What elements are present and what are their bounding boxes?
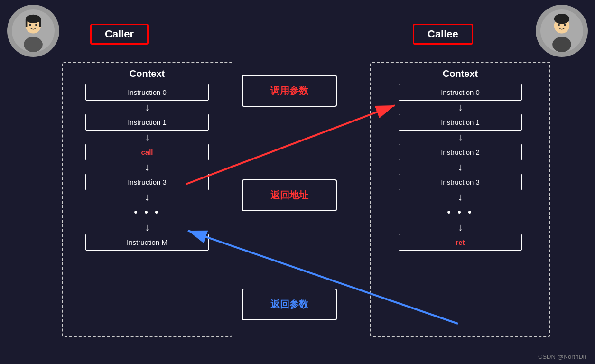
footer: CSDN @NorthDir [538,353,586,360]
arrow-down-l1: ↓ [145,131,150,144]
left-dots: • • • [134,204,160,221]
svg-point-12 [558,24,560,26]
svg-rect-3 [26,19,28,27]
context-right-title: Context [371,68,549,79]
svg-point-2 [26,15,41,23]
right-instr-ret: ret [399,234,522,251]
right-instr-3: Instruction 3 [399,174,522,190]
context-right: Context Instruction 0 ↓ Instruction 1 ↓ … [370,62,550,337]
mid-box-call-params: 调用参数 [242,75,337,107]
right-instr-0: Instruction 0 [399,84,522,101]
mid-box-return-params: 返回参数 [242,289,337,320]
context-left-title: Context [63,68,232,79]
arrow-down-r1: ↓ [458,131,463,144]
mid-box-return-addr: 返回地址 [242,179,337,211]
arrow-down-l2: ↓ [145,160,150,174]
arrow-down-l0: ↓ [145,101,150,114]
caller-label: Caller [90,24,149,45]
left-instr-call: call [85,144,209,160]
callee-label: Callee [413,24,473,45]
right-instruction-rows: Instruction 0 ↓ Instruction 1 ↓ Instruct… [371,84,549,251]
avatar-caller [7,5,59,57]
left-instruction-rows: Instruction 0 ↓ Instruction 1 ↓ call ↓ I… [63,84,232,251]
arrow-down-r4: ↓ [458,221,463,234]
left-instr-m: Instruction M [85,234,209,251]
arrow-down-l3: ↓ [145,190,150,204]
left-instr-0: Instruction 0 [85,84,209,101]
svg-point-5 [24,37,43,52]
left-instr-3: Instruction 3 [85,174,209,190]
right-dots: • • • [447,204,473,221]
right-instr-2: Instruction 2 [399,144,522,160]
svg-point-11 [552,37,571,52]
svg-point-6 [29,24,31,26]
main-container: Caller Callee Context Instruction 0 ↓ In… [0,0,595,364]
context-left: Context Instruction 0 ↓ Instruction 1 ↓ … [62,62,232,337]
right-instr-1: Instruction 1 [399,114,522,131]
svg-point-7 [35,24,37,26]
arrow-down-r3: ↓ [458,190,463,204]
arrow-down-l4: ↓ [145,221,150,234]
arrow-down-r0: ↓ [458,101,463,114]
left-instr-1: Instruction 1 [85,114,209,131]
arrow-down-r2: ↓ [458,160,463,174]
svg-point-10 [554,14,569,24]
svg-rect-4 [39,19,41,27]
svg-point-13 [564,24,566,26]
avatar-callee [536,5,588,57]
